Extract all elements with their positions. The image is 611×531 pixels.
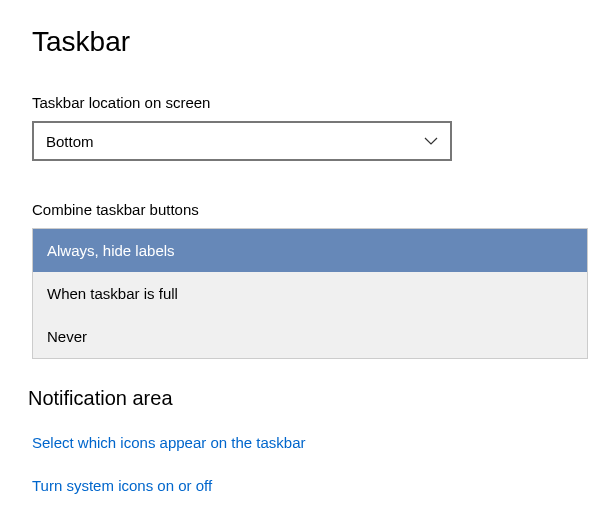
combine-option-never[interactable]: Never xyxy=(33,315,587,358)
dropdown-value: Bottom xyxy=(46,133,94,150)
taskbar-location-label: Taskbar location on screen xyxy=(32,94,579,111)
notification-area-heading: Notification area xyxy=(28,387,579,410)
combine-option-when-full[interactable]: When taskbar is full xyxy=(33,272,587,315)
combine-taskbar-setting: Combine taskbar buttons Always, hide lab… xyxy=(32,201,579,359)
combine-option-always[interactable]: Always, hide labels xyxy=(33,229,587,272)
chevron-down-icon xyxy=(424,134,438,148)
taskbar-location-dropdown[interactable]: Bottom xyxy=(32,121,452,161)
combine-taskbar-label: Combine taskbar buttons xyxy=(32,201,579,218)
select-icons-link[interactable]: Select which icons appear on the taskbar xyxy=(32,434,579,451)
page-title: Taskbar xyxy=(32,26,579,58)
system-icons-link[interactable]: Turn system icons on or off xyxy=(32,477,579,494)
taskbar-location-setting: Taskbar location on screen Bottom xyxy=(32,94,579,161)
combine-taskbar-listbox[interactable]: Always, hide labels When taskbar is full… xyxy=(32,228,588,359)
